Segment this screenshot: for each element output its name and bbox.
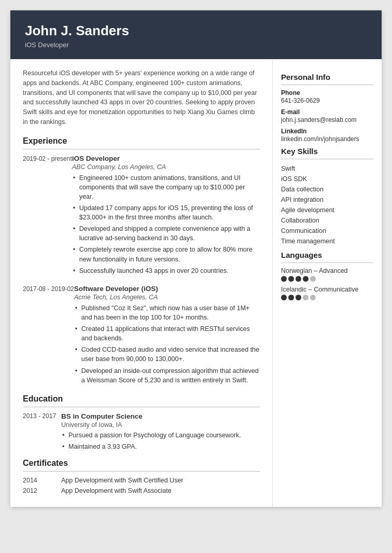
certificates-section: Certificates 2014App Development with Sw… xyxy=(23,459,260,494)
certificates-divider xyxy=(23,471,260,472)
edu-bullet-item: Maintained a 3.93 GPA. xyxy=(61,442,260,451)
linkedin-value: linkedin.com/in/johnjsanders xyxy=(281,135,373,143)
exp-dates: 2017-08 - 2019-02 xyxy=(23,285,74,387)
experience-entries: 2019-02 - presentiOS DeveloperABC Compan… xyxy=(23,155,260,387)
phone-label: Phone xyxy=(281,89,373,96)
dot-empty xyxy=(310,295,316,300)
personal-info-divider xyxy=(281,85,373,85)
exp-dates: 2019-02 - present xyxy=(23,155,72,278)
exp-company: ABC Company, Los Angeles, CA xyxy=(72,163,260,171)
side-column: Personal Info Phone 641-326-0629 E-mail … xyxy=(273,59,382,507)
language-dots xyxy=(281,276,373,282)
dot-empty xyxy=(310,276,316,282)
edu-degree: BS in Computer Science xyxy=(61,412,260,420)
skills-divider xyxy=(281,159,373,159)
cert-name: App Development with Swift Certified Use… xyxy=(61,477,260,484)
edu-content: BS in Computer ScienceUniversity of Iowa… xyxy=(61,412,260,453)
main-column: Resourceful iOS developer with 5+ years'… xyxy=(10,59,273,507)
body-container: Resourceful iOS developer with 5+ years'… xyxy=(10,59,382,507)
languages-title: Languages xyxy=(281,251,373,259)
language-dots xyxy=(281,295,373,300)
exp-title: Software Developer (iOS) xyxy=(74,285,260,293)
exp-bullets: Published "Coz It Sez", which now has a … xyxy=(74,303,260,385)
experience-title: Experience xyxy=(23,136,260,146)
languages-section: Languages Norwegian – AdvancedIcelandic … xyxy=(281,251,373,300)
bullet-item: Created 11 applications that interact wi… xyxy=(74,324,260,343)
bullet-item: Updated 17 company apps for iOS 15, prev… xyxy=(72,203,260,222)
phone-value: 641-326-0629 xyxy=(281,97,373,104)
education-entries: 2013 - 2017BS in Computer ScienceUnivers… xyxy=(23,412,260,453)
exp-content: iOS DeveloperABC Company, Los Angeles, C… xyxy=(72,155,260,278)
experience-item: 2019-02 - presentiOS DeveloperABC Compan… xyxy=(23,155,260,278)
dot-filled xyxy=(288,295,294,300)
certificates-title: Certificates xyxy=(23,459,260,468)
skills-list: SwiftiOS SDKData collectionAPI integrati… xyxy=(281,163,373,246)
exp-company: Acme Tech, Los Angeles, CA xyxy=(74,294,260,301)
dot-filled xyxy=(281,295,287,300)
edu-bullets: Pursued a passion for Psychology of Lang… xyxy=(61,431,260,451)
exp-content: Software Developer (iOS)Acme Tech, Los A… xyxy=(74,285,260,387)
education-section: Education 2013 - 2017BS in Computer Scie… xyxy=(23,394,260,453)
education-divider xyxy=(23,407,260,407)
exp-bullets: Engineered 100+ custom animations, trans… xyxy=(72,173,260,275)
cert-year: 2014 xyxy=(23,477,61,484)
dot-filled xyxy=(281,276,287,282)
experience-section: Experience 2019-02 - presentiOS Develope… xyxy=(23,136,260,387)
email-value: john.j.sanders@reslab.com xyxy=(281,116,373,123)
bullet-item: Developed and shipped a complete conveni… xyxy=(72,224,260,243)
education-title: Education xyxy=(23,394,260,404)
exp-title: iOS Developer xyxy=(72,155,260,162)
dot-filled xyxy=(296,295,301,300)
skill-item: Data collection xyxy=(281,184,373,195)
candidate-title: iOS Developer xyxy=(25,41,367,49)
dot-filled xyxy=(303,276,309,282)
bullet-item: Developed an inside-out compression algo… xyxy=(74,366,260,385)
edu-bullet-item: Pursued a passion for Psychology of Lang… xyxy=(61,431,260,440)
bullet-item: Published "Coz It Sez", which now has a … xyxy=(74,303,260,322)
language-name: Norwegian – Advanced xyxy=(281,267,373,274)
resume-header: John J. Sanders iOS Developer xyxy=(10,10,382,59)
skills-section: Key Skills SwiftiOS SDKData collectionAP… xyxy=(281,147,373,246)
edu-dates: 2013 - 2017 xyxy=(23,412,61,453)
skill-item: Agile development xyxy=(281,205,373,215)
languages-list: Norwegian – AdvancedIcelandic – Communic… xyxy=(281,267,373,300)
language-item: Icelandic – Communicative xyxy=(281,286,373,300)
skill-item: API integration xyxy=(281,195,373,205)
resume-container: John J. Sanders iOS Developer Resourcefu… xyxy=(10,10,382,507)
personal-info-section: Personal Info Phone 641-326-0629 E-mail … xyxy=(281,73,373,143)
skill-item: Communication xyxy=(281,226,373,236)
dot-filled xyxy=(288,276,294,282)
cert-item: 2012App Development with Swift Associate xyxy=(23,487,260,494)
skill-item: Swift xyxy=(281,163,373,174)
skill-item: iOS SDK xyxy=(281,174,373,184)
candidate-name: John J. Sanders xyxy=(25,23,367,39)
bullet-item: Engineered 100+ custom animations, trans… xyxy=(72,173,260,201)
language-name: Icelandic – Communicative xyxy=(281,286,373,293)
skill-item: Collaboration xyxy=(281,215,373,226)
bullet-item: Coded CCD-based audio and video service … xyxy=(74,345,260,364)
personal-info-title: Personal Info xyxy=(281,73,373,81)
experience-item: 2017-08 - 2019-02Software Developer (iOS… xyxy=(23,285,260,387)
cert-entries: 2014App Development with Swift Certified… xyxy=(23,477,260,494)
languages-divider xyxy=(281,262,373,263)
cert-name: App Development with Swift Associate xyxy=(61,487,260,494)
edu-school: University of Iowa, IA xyxy=(61,421,260,428)
dot-filled xyxy=(296,276,301,282)
bullet-item: Completely rewrote exercise app core to … xyxy=(72,245,260,264)
experience-divider xyxy=(23,149,260,149)
dot-empty xyxy=(303,295,309,300)
language-item: Norwegian – Advanced xyxy=(281,267,373,282)
linkedin-label: LinkedIn xyxy=(281,128,373,135)
summary-text: Resourceful iOS developer with 5+ years'… xyxy=(23,68,260,127)
skill-item: Time management xyxy=(281,236,373,246)
cert-item: 2014App Development with Swift Certified… xyxy=(23,477,260,484)
skills-title: Key Skills xyxy=(281,147,373,156)
cert-year: 2012 xyxy=(23,487,61,494)
education-item: 2013 - 2017BS in Computer ScienceUnivers… xyxy=(23,412,260,453)
bullet-item: Successfully launched 43 apps in over 20… xyxy=(72,266,260,275)
email-label: E-mail xyxy=(281,108,373,116)
